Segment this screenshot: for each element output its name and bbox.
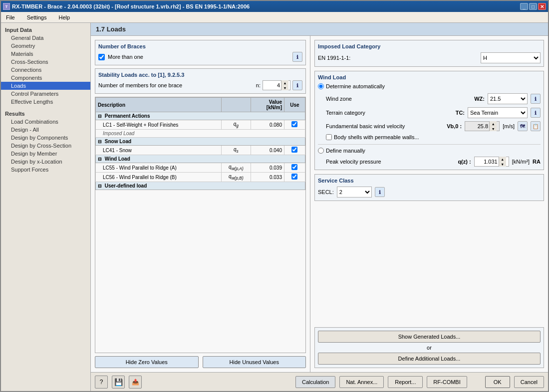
imposed-load-category-section: Imposed Load Category EN 1991-1-1: H A B…: [314, 40, 544, 67]
col-value: Value[kN/m]: [251, 98, 284, 112]
rf-combi-button[interactable]: RF-COMBI: [427, 376, 467, 388]
sidebar-item-design-by-components[interactable]: Design by Components: [1, 134, 90, 142]
sidebar-item-cross-sections[interactable]: Cross-Sections: [1, 58, 90, 66]
braces-info-button[interactable]: ℹ: [292, 52, 302, 62]
save-button[interactable]: 💾: [112, 376, 125, 389]
sidebar-item-design-by-cross-section[interactable]: Design by Cross-Section: [1, 142, 90, 150]
manual-radio[interactable]: [318, 148, 324, 154]
qz-unit: [kN/m²]: [512, 159, 530, 165]
menu-file[interactable]: File: [3, 13, 18, 21]
terrain-category-select[interactable]: Sea Terrain Category I Category II Categ…: [468, 107, 528, 118]
vb-spin-down[interactable]: ▼: [490, 126, 497, 131]
n-spin-down[interactable]: ▼: [281, 85, 288, 90]
sidebar-item-connections[interactable]: Connections: [1, 66, 90, 74]
table-row-imposed-header: Imposed Load: [96, 130, 305, 138]
hide-unused-values-button[interactable]: Hide Unused Values: [203, 356, 306, 368]
stability-info-button[interactable]: ℹ: [292, 80, 302, 90]
auto-radio[interactable]: [318, 83, 324, 89]
menu-bar: File Settings Help: [1, 12, 548, 23]
define-additional-loads-button[interactable]: Define Additional Loads...: [318, 353, 541, 365]
sidebar-item-materials[interactable]: Materials: [1, 50, 90, 58]
wz-prefix: WZ:: [474, 96, 485, 102]
secl-select[interactable]: 1 2 3: [337, 187, 372, 197]
use-lc55[interactable]: [291, 164, 297, 170]
service-class-title: Service Class: [318, 178, 541, 184]
qz-spin-up[interactable]: ▲: [499, 157, 506, 162]
collapse-icon-snow: ⊟: [98, 139, 102, 144]
col-description: Description: [96, 98, 222, 112]
col-symbol: [222, 98, 251, 112]
sidebar-results-section: Results: [1, 109, 90, 118]
collapse-icon-user: ⊟: [98, 184, 102, 189]
more-than-one-checkbox[interactable]: [98, 54, 105, 60]
menu-help[interactable]: Help: [55, 13, 73, 21]
sidebar-item-design-by-x-location[interactable]: Design by x-Location: [1, 158, 90, 166]
menu-settings[interactable]: Settings: [24, 13, 50, 21]
body-shells-checkbox[interactable]: [326, 134, 332, 140]
vb-spin-up[interactable]: ▲: [490, 121, 497, 126]
use-lc56[interactable]: [291, 174, 297, 180]
n-value-field[interactable]: [263, 81, 281, 90]
wind-zone-select[interactable]: 21.5 22.5 23.5: [488, 93, 528, 104]
nat-annex-button[interactable]: Nat. Annex...: [339, 376, 384, 388]
help-button[interactable]: ?: [95, 376, 108, 389]
tc-prefix: TC:: [456, 110, 465, 116]
table-action-row: Hide Zero Values Hide Unused Values: [95, 356, 306, 368]
export-button[interactable]: 📤: [129, 376, 142, 389]
maximize-button[interactable]: □: [529, 3, 537, 10]
report-button[interactable]: Report...: [388, 376, 423, 388]
imposed-load-title: Imposed Load Category: [318, 43, 541, 49]
group-user-defined[interactable]: ⊟ User-defined load: [96, 182, 305, 190]
group-wind-load[interactable]: ⊟ Wind Load: [96, 155, 305, 163]
wind-zone-label: Wind zone: [326, 96, 471, 102]
sidebar-item-components[interactable]: Components: [1, 74, 90, 82]
title-bar: T RX-TIMBER - Brace - 2.04.0003 (32bit) …: [1, 1, 548, 12]
qz-suffix: RA: [533, 159, 541, 165]
auto-label: Determine automatically: [326, 83, 385, 89]
bottom-toolbar: ? 💾 📤 Calculation Nat. Annex... Report..…: [91, 372, 548, 391]
qz-input[interactable]: ▲ ▼: [474, 157, 509, 167]
imposed-load-select[interactable]: H A B C D E F G: [481, 52, 541, 63]
sidebar-item-loads[interactable]: Loads: [1, 82, 90, 90]
stability-loads-title: Stability Loads acc. to [1], 9.2.5.3: [98, 72, 302, 78]
table-row-lc56: LC56 - Wind Parallel to Ridge (B) qw(p,B…: [96, 173, 305, 182]
sidebar-item-support-forces[interactable]: Support Forces: [1, 166, 90, 174]
group-permanent-actions[interactable]: ⊟ Permanent Actions: [96, 112, 305, 120]
collapse-icon-permanent: ⊟: [98, 114, 102, 119]
n-value-input[interactable]: ▲ ▼: [263, 80, 290, 90]
en-label: EN 1991-1-1:: [318, 55, 350, 61]
use-lc1[interactable]: [291, 121, 297, 127]
calculation-button[interactable]: Calculation: [295, 376, 335, 388]
sidebar-item-control-parameters[interactable]: Control Parameters: [1, 90, 90, 98]
table-row-lc1: LC1 - Self-Weight + Roof Finishes qg 0.0…: [96, 120, 305, 130]
terrain-info-button[interactable]: ℹ: [531, 108, 541, 118]
qz-spin-down[interactable]: ▼: [499, 162, 506, 167]
n-spin-up[interactable]: ▲: [281, 80, 288, 85]
secl-info-button[interactable]: ℹ: [375, 187, 385, 197]
ok-button[interactable]: OK: [485, 376, 510, 388]
sidebar-item-design-by-member[interactable]: Design by Member: [1, 150, 90, 158]
minimize-button[interactable]: _: [520, 3, 528, 10]
qz-value-field[interactable]: [475, 157, 499, 166]
terrain-category-label: Terrain category: [326, 110, 453, 116]
sidebar-item-general-data[interactable]: General Data: [1, 34, 90, 42]
vb-map-button[interactable]: 🗺: [518, 121, 528, 131]
close-button[interactable]: ✕: [538, 3, 546, 10]
sidebar-item-effective-lengths[interactable]: Effective Lengths: [1, 98, 90, 106]
sidebar-input-section: Input Data: [1, 25, 90, 34]
group-snow-load[interactable]: ⊟ Snow Load: [96, 138, 305, 146]
cancel-button[interactable]: Cancel: [514, 376, 544, 388]
sidebar-item-load-combinations[interactable]: Load Combinations: [1, 118, 90, 126]
wind-load-section: Wind Load Determine automatically Wind z…: [314, 71, 544, 170]
sidebar-item-design-all[interactable]: Design - All: [1, 126, 90, 134]
vb-extra-button[interactable]: 📋: [531, 121, 541, 131]
more-than-one-label: More than one: [108, 54, 143, 60]
use-lc41[interactable]: [291, 147, 297, 153]
hide-zero-values-button[interactable]: Hide Zero Values: [95, 356, 199, 368]
wind-zone-info-button[interactable]: ℹ: [531, 94, 541, 104]
members-label: Number of members for one brace: [98, 82, 254, 88]
show-generated-loads-button[interactable]: Show Generated Loads...: [318, 331, 541, 343]
sidebar-item-geometry[interactable]: Geometry: [1, 42, 90, 50]
or-label: or: [318, 345, 541, 351]
vb-input[interactable]: ▲ ▼: [465, 121, 500, 131]
